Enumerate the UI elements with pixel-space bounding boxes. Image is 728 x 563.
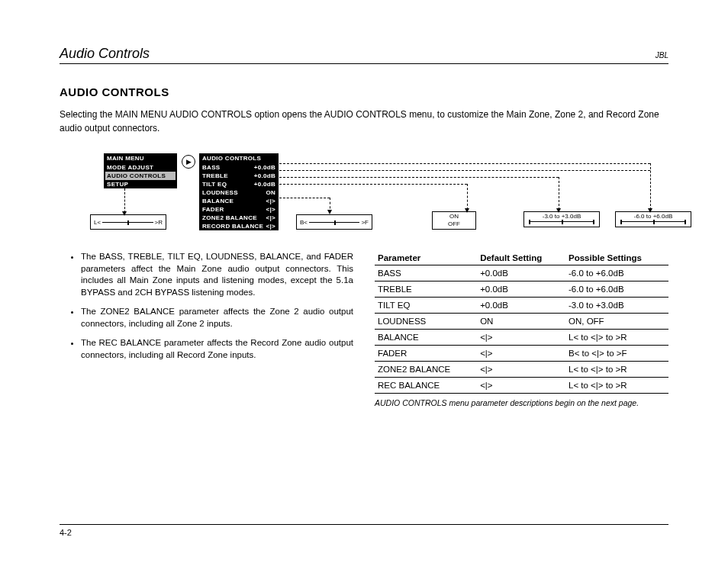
menu-row-label: RECORD BALANCE	[202, 223, 263, 230]
tick-icon	[529, 220, 530, 224]
menu-row-value: +0.0dB	[254, 164, 275, 171]
tick-icon	[593, 220, 594, 224]
cell: ON	[477, 314, 565, 330]
cell: ZONE2 BALANCE	[375, 362, 477, 378]
table-row: ZONE2 BALANCE<|>L< to <|> to >R	[375, 362, 668, 378]
range-label: -3.0 to +3.0dB	[529, 213, 594, 220]
table-row: BASS+0.0dB-6.0 to +6.0dB	[375, 265, 668, 282]
menu-item-selected: AUDIO CONTROLS	[105, 172, 176, 180]
menu-row-label: TILT EQ	[202, 181, 227, 188]
parameter-table: Parameter Default Setting Possible Setti…	[375, 251, 668, 394]
section-heading: AUDIO CONTROLS	[60, 85, 668, 98]
table-column: Parameter Default Setting Possible Setti…	[375, 251, 668, 407]
menu-row-value: <|>	[266, 223, 275, 230]
fader-bf-slider: B< >F	[296, 214, 372, 230]
cell: -6.0 to +6.0dB	[565, 265, 668, 282]
cell: -6.0 to +6.0dB	[565, 282, 668, 298]
dashed-line	[467, 184, 468, 210]
tick-icon	[620, 220, 622, 224]
main-menu-box: MAIN MENU MODE ADJUST AUDIO CONTROLS SET…	[104, 153, 177, 188]
table-row: LOUDNESSONON, OFF	[375, 314, 668, 330]
dashed-line	[279, 170, 650, 171]
onoff-box: ON OFF	[432, 211, 476, 230]
range-3db-box: -3.0 to +3.0dB	[523, 211, 600, 227]
cell: +0.0dB	[477, 265, 565, 282]
cell: L< to <|> to >R	[565, 378, 668, 394]
bullet-list: The BASS, TREBLE, TILT EQ, LOUDNESS, BAL…	[60, 251, 353, 361]
menu-row-label: BALANCE	[202, 198, 234, 204]
cell: B< to <|> to >F	[565, 346, 668, 362]
menu-row-label: FADER	[202, 206, 224, 213]
dashed-line	[650, 163, 651, 210]
slider-right-label: >R	[155, 219, 163, 226]
dashed-line	[124, 188, 125, 213]
slider-right-label: >F	[361, 219, 369, 226]
cell: <|>	[477, 362, 565, 378]
range-6db-box: -6.0 to +6.0dB	[615, 211, 691, 227]
cell: TREBLE	[375, 282, 477, 298]
bullet-column: The BASS, TREBLE, TILT EQ, LOUDNESS, BAL…	[60, 251, 353, 407]
cell: ON, OFF	[565, 314, 668, 330]
th-possible: Possible Settings	[565, 251, 668, 265]
menu-item-label: SETUP	[107, 181, 128, 188]
list-item: The REC BALANCE parameter affects the Re…	[81, 337, 353, 361]
list-item: The BASS, TREBLE, TILT EQ, LOUDNESS, BAL…	[81, 251, 353, 298]
page-header: Audio Controls JBL	[60, 46, 668, 64]
cell: -3.0 to +3.0dB	[565, 298, 668, 314]
menu-row-label: BASS	[202, 164, 220, 171]
slider-thumb-icon	[127, 220, 129, 225]
cell: BALANCE	[375, 330, 477, 346]
table-row: REC BALANCE<|>L< to <|> to >R	[375, 378, 668, 394]
menu-row-label: ZONE2 BALANCE	[202, 214, 257, 221]
range-label: -6.0 to +6.0dB	[620, 213, 686, 220]
dashed-line	[559, 177, 559, 210]
audio-menu-header: AUDIO CONTROLS	[199, 153, 279, 163]
th-default: Default Setting	[477, 251, 565, 265]
dashed-line	[279, 184, 467, 185]
cell: REC BALANCE	[375, 378, 477, 394]
cell: <|>	[477, 378, 565, 394]
range-track	[620, 221, 686, 225]
menu-row-value: <|>	[266, 198, 275, 204]
slider-left-label: B<	[300, 219, 308, 226]
cell: +0.0dB	[477, 282, 565, 298]
table-row: FADER<|>B< to <|> to >F	[375, 346, 668, 362]
content-columns: The BASS, TREBLE, TILT EQ, LOUDNESS, BAL…	[60, 251, 668, 407]
slider-track	[102, 222, 153, 223]
menu-row-value: ON	[266, 189, 275, 196]
slider-track	[309, 222, 359, 223]
table-body: BASS+0.0dB-6.0 to +6.0dB TREBLE+0.0dB-6.…	[375, 265, 668, 394]
cell: TILT EQ	[375, 298, 477, 314]
menu-row: RECORD BALANCE<|>	[199, 222, 279, 230]
dashed-line	[279, 163, 650, 164]
menu-row-value: <|>	[266, 214, 275, 221]
menu-row: BASS+0.0dB	[199, 163, 279, 172]
menu-item: SETUP	[104, 180, 177, 188]
audio-controls-menu-box: AUDIO CONTROLS BASS+0.0dB TREBLE+0.0dB T…	[199, 153, 279, 230]
tick-icon	[562, 220, 563, 224]
list-item: The ZONE2 BALANCE parameter affects the …	[81, 306, 353, 330]
onoff-off: OFF	[448, 220, 460, 228]
menu-row-value: +0.0dB	[254, 172, 275, 179]
table-row: TREBLE+0.0dB-6.0 to +6.0dB	[375, 282, 668, 298]
menu-row-label: LOUDNESS	[202, 189, 238, 196]
menu-row-value: <|>	[266, 206, 275, 213]
page-footer: 4-2	[60, 524, 668, 537]
table-header-row: Parameter Default Setting Possible Setti…	[375, 251, 668, 265]
intro-paragraph: Selecting the MAIN MENU AUDIO CONTROLS o…	[60, 108, 668, 135]
cell: <|>	[477, 330, 565, 346]
balance-lr-slider: L< >R	[90, 214, 166, 230]
tick-icon	[685, 220, 686, 224]
th-parameter: Parameter	[375, 251, 477, 265]
cell: <|>	[477, 346, 565, 362]
menu-row: TILT EQ+0.0dB	[199, 180, 279, 188]
cell: LOUDNESS	[375, 314, 477, 330]
header-title: Audio Controls	[60, 46, 150, 62]
menu-row: FADER<|>	[199, 205, 279, 214]
table-row: BALANCE<|>L< to <|> to >R	[375, 330, 668, 346]
menu-diagram: MAIN MENU MODE ADJUST AUDIO CONTROLS SET…	[60, 153, 668, 237]
tick-icon	[653, 220, 655, 224]
menu-item: MODE ADJUST	[104, 163, 177, 172]
main-menu-header: MAIN MENU	[104, 153, 177, 163]
menu-row-value: +0.0dB	[254, 181, 275, 188]
